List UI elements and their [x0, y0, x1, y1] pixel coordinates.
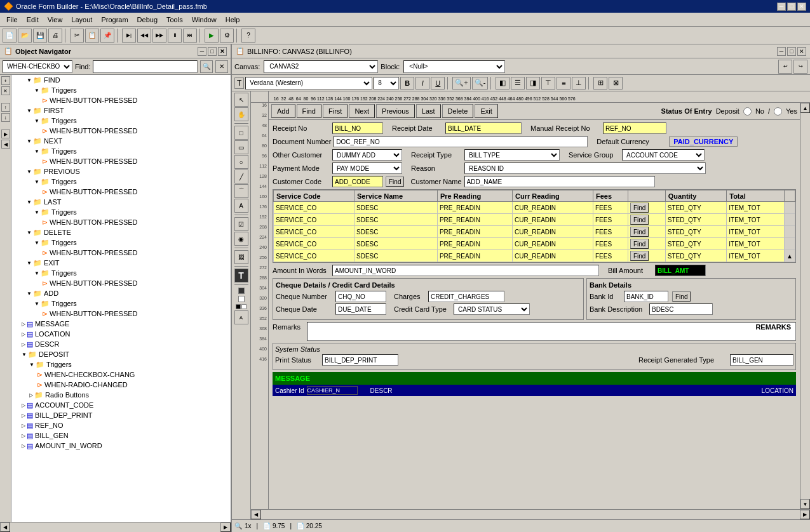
qty-4[interactable]: STED_QTY	[665, 238, 726, 250]
tree-item-ref-no[interactable]: ▷ ▤ REF_NO	[11, 420, 231, 430]
expand-icon[interactable]: ▷	[22, 433, 25, 439]
tree-item-last[interactable]: ▼ 📁 LAST	[11, 197, 231, 207]
svc-name-2[interactable]: SDESC	[354, 214, 437, 226]
grid-row-4[interactable]: SERVICE_CO SDESC PRE_READIN CUR_READIN F…	[274, 238, 795, 250]
fees-find-4[interactable]: Find	[628, 238, 665, 250]
align-right-button[interactable]: ◨	[526, 77, 540, 90]
expand-icon[interactable]: ▼	[34, 209, 39, 215]
radio-tool[interactable]: ◉	[234, 232, 248, 246]
close-button[interactable]: ✕	[797, 3, 806, 11]
font-select[interactable]: Verdana (Western)	[245, 77, 372, 90]
tb-btn-5[interactable]: ⏭	[183, 29, 197, 43]
cheque-date-field[interactable]	[335, 303, 386, 315]
tree-item-bill-gen[interactable]: ▷ ▤ BILL_GEN	[11, 430, 231, 441]
menu-file[interactable]: File	[3, 15, 22, 25]
grid-row-2[interactable]: SERVICE_CO SDESC PRE_READIN CUR_READIN F…	[274, 214, 795, 226]
expand-icon[interactable]: ▼	[34, 301, 39, 307]
form-scroll-area[interactable]: Add Find First Next Previous Last Delete…	[269, 103, 800, 509]
svc-code-2[interactable]: SERVICE_CO	[274, 214, 354, 226]
menu-window[interactable]: Window	[188, 15, 220, 25]
receipt-type-select[interactable]: BILL TYPE	[464, 149, 560, 161]
expand-icon[interactable]: ▷	[22, 321, 25, 327]
fees-5[interactable]: FEES	[593, 250, 628, 262]
bold-button[interactable]: B	[400, 77, 414, 90]
compile-button[interactable]: ⚙	[220, 29, 234, 43]
check-tool[interactable]: ☑	[234, 217, 248, 231]
canvas-hscroll-track[interactable]	[261, 510, 800, 519]
rect-tool[interactable]: □	[234, 126, 248, 140]
tb-btn-2[interactable]: ◀◀	[137, 29, 151, 43]
bank-desc-field[interactable]	[649, 303, 713, 315]
tree-scroll-area[interactable]: ▼ 📁 FIND ▼ 📁 Triggers ⊳ WHEN-BUTTON-PRES…	[11, 75, 231, 522]
tree-item-first[interactable]: ▼ 📁 FIRST	[11, 105, 231, 116]
bank-find-button[interactable]: Find	[672, 291, 691, 302]
canvas-hscroll-left[interactable]: ◀	[251, 510, 261, 519]
exit-button[interactable]: Exit	[475, 104, 497, 118]
cashier-field[interactable]	[307, 386, 358, 395]
svc-code-3[interactable]: SERVICE_CO	[274, 226, 354, 238]
expand-icon[interactable]: ▼	[27, 260, 32, 266]
grid-row-3[interactable]: SERVICE_CO SDESC PRE_READIN CUR_READIN F…	[274, 226, 795, 238]
expand-icon[interactable]: ▷	[22, 423, 25, 429]
canvas-minimize[interactable]: ─	[777, 47, 786, 56]
canvas-horiz-scrollbar[interactable]: ◀ ▶	[251, 509, 810, 519]
document-number-field[interactable]	[334, 136, 588, 147]
tb-btn-4[interactable]: ⏸	[168, 29, 182, 43]
search-combo[interactable]: WHEN-CHECKBO:	[3, 60, 72, 73]
charges-field[interactable]	[428, 291, 504, 302]
fees-find-1[interactable]: Find	[628, 202, 665, 214]
canvas-hscroll-right[interactable]: ▶	[800, 510, 810, 519]
previous-button[interactable]: Previous	[376, 104, 415, 118]
fees-find-2[interactable]: Find	[628, 214, 665, 226]
tree-item-triggers-6[interactable]: ▼ 📁 Triggers	[11, 237, 231, 248]
search-clear-button[interactable]: ✕	[215, 60, 228, 73]
menu-help[interactable]: Help	[222, 15, 244, 25]
expand-icon[interactable]: ▼	[27, 169, 32, 175]
total-1[interactable]: ITEM_TOT	[727, 202, 785, 214]
expand-icon[interactable]: ▼	[34, 149, 39, 154]
tree-item-when-btn-4[interactable]: ⊳ WHEN-BUTTON-PRESSED	[11, 187, 231, 197]
tree-item-account-code[interactable]: ▷ ▤ ACCOUNT_CODE	[11, 400, 231, 410]
tree-item-triggers-1[interactable]: ▼ 📁 Triggers	[11, 85, 231, 95]
expand-icon[interactable]: ▼	[34, 118, 39, 124]
reason-select[interactable]: REASON ID	[464, 163, 706, 174]
paste-button[interactable]: 📌	[100, 29, 114, 43]
svc-code-1[interactable]: SERVICE_CO	[274, 202, 354, 214]
hand-tool[interactable]: ✋	[234, 107, 248, 121]
menu-program[interactable]: Program	[97, 15, 132, 25]
tree-item-radio-buttons[interactable]: ▷ 📁 Radio Buttons	[11, 390, 231, 400]
svc-name-3[interactable]: SDESC	[354, 226, 437, 238]
tree-item-exit[interactable]: ▼ 📁 EXIT	[11, 258, 231, 268]
manual-receipt-field[interactable]	[603, 123, 666, 134]
search-input[interactable]	[93, 60, 198, 73]
ellipse-tool[interactable]: ○	[234, 155, 248, 169]
tree-item-triggers-9[interactable]: ▼ 📁 Triggers	[11, 359, 231, 369]
tree-item-triggers-7[interactable]: ▼ 📁 Triggers	[11, 268, 231, 278]
img-tool[interactable]: 🖼	[234, 250, 248, 264]
amount-in-words-field[interactable]	[332, 265, 599, 276]
tree-item-find[interactable]: ▼ 📁 FIND	[11, 75, 231, 85]
qty-1[interactable]: STED_QTY	[665, 202, 726, 214]
svc-name-1[interactable]: SDESC	[354, 202, 437, 214]
tree-item-add[interactable]: ▼ 📁 ADD	[11, 288, 231, 298]
tree-item-descr[interactable]: ▷ ▤ DESCR	[11, 339, 231, 349]
svc-code-4[interactable]: SERVICE_CO	[274, 238, 354, 250]
expand-icon[interactable]: ▼	[27, 199, 32, 205]
print-status-field[interactable]	[322, 354, 398, 366]
restore-button[interactable]: □	[787, 3, 796, 11]
bank-id-field[interactable]	[624, 291, 668, 302]
nav-minimize[interactable]: ─	[198, 47, 206, 56]
tree-item-when-checkbox[interactable]: ⊳ WHEN-CHECKBOX-CHANG	[11, 369, 231, 380]
open-button[interactable]: 📂	[18, 29, 32, 43]
receipt-date-field[interactable]	[445, 123, 522, 134]
service-group-select[interactable]: ACCOUNT CODE	[622, 149, 705, 161]
tree-item-when-btn-5[interactable]: ⊳ WHEN-BUTTON-PRESSED	[11, 217, 231, 227]
expand-icon[interactable]: ▷	[22, 342, 25, 347]
menu-edit[interactable]: Edit	[23, 15, 43, 25]
tree-item-triggers-2[interactable]: ▼ 📁 Triggers	[11, 116, 231, 126]
expand-icon[interactable]: ▷	[22, 443, 25, 449]
layout-btn-1[interactable]: ⊞	[593, 77, 607, 90]
pre-read-3[interactable]: PRE_READIN	[437, 226, 512, 238]
tree-item-when-radio[interactable]: ⊳ WHEN-RADIO-CHANGED	[11, 380, 231, 390]
align-middle-button[interactable]: ≡	[557, 77, 570, 90]
